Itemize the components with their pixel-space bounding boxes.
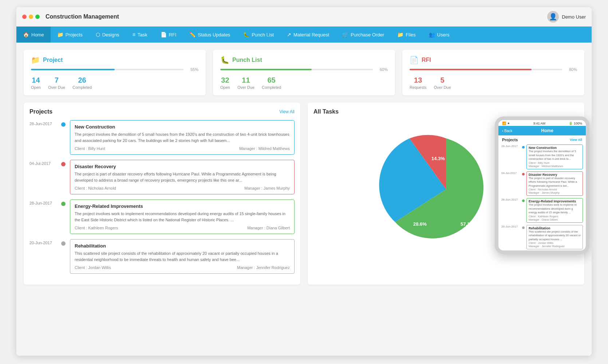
task-icon: ≡ <box>133 32 135 37</box>
stats-row: 📁 Project 55% 14 Open 7 Ove <box>24 50 584 95</box>
app-window: Construction Management 👤 Demo User 🏠 Ho… <box>16 7 592 356</box>
nav-material-request[interactable]: ↗ Material Request <box>280 27 336 43</box>
mobile-card-1[interactable]: Disaster Recovery The project is part of… <box>526 171 583 196</box>
mobile-card-title-1: Disaster Recovery <box>529 173 581 177</box>
nav-task[interactable]: ≡ Task <box>126 27 154 43</box>
mobile-status-bar: 📶 ✦ 9:41 AM 🔋 100% <box>498 120 586 126</box>
minimize-button[interactable] <box>29 15 33 19</box>
nav-projects[interactable]: 📁 Projects <box>51 27 89 43</box>
project-card-2[interactable]: Energy-Related Improvements The project … <box>70 199 295 234</box>
project-dot-2 <box>61 202 66 206</box>
nav-home[interactable]: 🏠 Home <box>16 27 51 43</box>
project-date-2: 28-Jun-2017 <box>29 199 57 205</box>
nav-users-label: Users <box>437 32 450 37</box>
mobile-card-manager-0: Manager : Mildred Matthews <box>529 165 581 168</box>
mobile-time: 9:41 AM <box>533 122 545 125</box>
project-manager-0: Manager : Mildred Matthews <box>239 146 290 151</box>
project-card-0[interactable]: New Construction The project involves th… <box>70 120 295 155</box>
pie-label-yettostart: 14.3% <box>431 156 445 161</box>
project-card-title-2: Energy-Related Improvements <box>75 203 290 209</box>
mobile-card-0[interactable]: New Construction The project involves th… <box>526 145 583 169</box>
mobile-card-title-3: Rehabilitation <box>529 226 581 230</box>
rfi-overdue: 5 Over Due <box>434 76 451 90</box>
punchlist-open-label: Open <box>220 85 230 90</box>
nav-punch-list[interactable]: 🐛 Punch List <box>237 27 280 43</box>
rfi-requests: 13 Requests <box>410 76 426 90</box>
mobile-project-date-1: 04-Jul-2017 <box>501 171 520 175</box>
punchlist-overdue-value: 11 <box>237 76 254 84</box>
mobile-project-date-2: 28-Jun-2017 <box>501 198 520 201</box>
mobile-project-date-3: 20-Jun-2017 <box>501 225 520 228</box>
mobile-nav-bar: ‹ Back Home <box>498 126 586 135</box>
project-card-desc-2: The project involves work to implement r… <box>75 211 290 223</box>
nav-files[interactable]: 📁 Files <box>391 27 422 43</box>
mobile-card-desc-0: The project involves the demolition of 5… <box>529 150 581 161</box>
punchlist-stat-icon: 🐛 <box>220 56 229 64</box>
nav-task-label: Task <box>138 32 147 37</box>
mobile-view-all[interactable]: View All <box>570 138 582 142</box>
projects-icon: 📁 <box>57 32 63 37</box>
projects-panel: Projects View All 28-Jun-2017 New Constr… <box>24 103 300 285</box>
mobile-project-item-2: 28-Jun-2017 Energy-Related Improvements … <box>498 197 586 224</box>
project-open: 14 Open <box>31 76 41 90</box>
files-icon: 📁 <box>397 32 403 37</box>
mobile-card-manager-2: Manager : Diana Gilbert <box>529 218 581 221</box>
project-client-0: Client : Billy Hunt <box>75 146 105 151</box>
project-manager-1: Manager : James Murphy <box>244 186 290 190</box>
traffic-lights <box>22 15 40 19</box>
mobile-card-client-3: Client : Jordan Willis <box>529 241 581 245</box>
titlebar: Construction Management 👤 Demo User <box>16 7 592 27</box>
project-overdue: 7 Over Due <box>48 76 65 90</box>
mobile-card-3[interactable]: Rehabilitation This scattered site proje… <box>526 225 583 250</box>
avatar: 👤 <box>547 11 559 23</box>
project-item-3: 20-Jun-2017 Rehabilitation This scattere… <box>29 239 295 274</box>
project-date-0: 28-Jun-2017 <box>29 120 57 126</box>
mobile-signal: 📶 ✦ <box>502 122 510 125</box>
project-card-desc-1: The project is part of disaster recovery… <box>75 171 290 183</box>
nav-rfi[interactable]: 📄 RFI <box>154 27 183 43</box>
punch-list-icon: 🐛 <box>243 32 249 37</box>
rfi-requests-label: Requests <box>410 85 426 90</box>
mobile-project-date-0: 28-Jun-2017 <box>501 145 520 148</box>
nav-designs[interactable]: ⬡ Designs <box>89 27 126 43</box>
project-card-3[interactable]: Rehabilitation This scattered site proje… <box>70 239 295 274</box>
users-icon: 👥 <box>429 32 435 37</box>
project-card-desc-3: This scattered site project consists of … <box>75 250 290 262</box>
punchlist-open: 32 Open <box>220 76 230 90</box>
project-card-1[interactable]: Disaster Recovery The project is part of… <box>70 160 295 194</box>
nav-designs-label: Designs <box>102 32 119 37</box>
nav-status-updates[interactable]: ✏️ Status Updates <box>183 27 237 43</box>
close-button[interactable] <box>22 15 27 19</box>
tasks-panel: All Tasks <box>308 103 584 285</box>
nav-home-label: Home <box>31 32 44 37</box>
project-progress-fill <box>31 69 115 70</box>
mobile-card-2[interactable]: Energy-Related Improvements The project … <box>526 198 583 223</box>
projects-panel-title: Projects <box>29 108 52 115</box>
nav-users[interactable]: 👥 Users <box>422 27 456 43</box>
project-completed-label: Completed <box>72 85 92 90</box>
mobile-projects-label: Projects <box>502 138 518 142</box>
status-updates-icon: ✏️ <box>189 32 196 37</box>
mobile-back-button[interactable]: ‹ Back <box>502 129 512 133</box>
nav-files-label: Files <box>406 32 415 37</box>
user-info: 👤 Demo User <box>547 11 586 23</box>
project-card-title-1: Disaster Recovery <box>75 164 290 169</box>
pie-chart: 57.1% 28.6% 14.3% <box>377 124 515 255</box>
punchlist-progress-label: 60% <box>375 67 388 72</box>
project-client-1: Client : Nicholas Arnold <box>75 186 116 190</box>
projects-view-all[interactable]: View All <box>279 109 295 114</box>
material-request-icon: ↗ <box>287 32 291 37</box>
projects-panel-header: Projects View All <box>29 108 295 115</box>
mobile-card-client-1: Client : Nicholas Arnold <box>529 188 581 191</box>
mobile-battery: 🔋 100% <box>569 122 582 125</box>
project-item-0: 28-Jun-2017 New Construction The project… <box>29 120 295 155</box>
user-name: Demo User <box>562 14 586 20</box>
nav-projects-label: Projects <box>66 32 83 37</box>
mobile-overlay: 📶 ✦ 9:41 AM 🔋 100% ‹ Back Home Projects <box>495 116 589 254</box>
maximize-button[interactable] <box>35 15 40 19</box>
nav-purchase-order[interactable]: 🛒 Purchase Order <box>336 27 391 43</box>
rfi-stat-title: RFI <box>422 57 431 63</box>
project-item-1: 04-Jul-2017 Disaster Recovery The projec… <box>29 160 295 194</box>
rfi-stat-card: 📄 RFI 80% 13 Requests 5 Ove <box>402 50 584 95</box>
project-card-footer-1: Client : Nicholas Arnold Manager : James… <box>75 186 290 190</box>
